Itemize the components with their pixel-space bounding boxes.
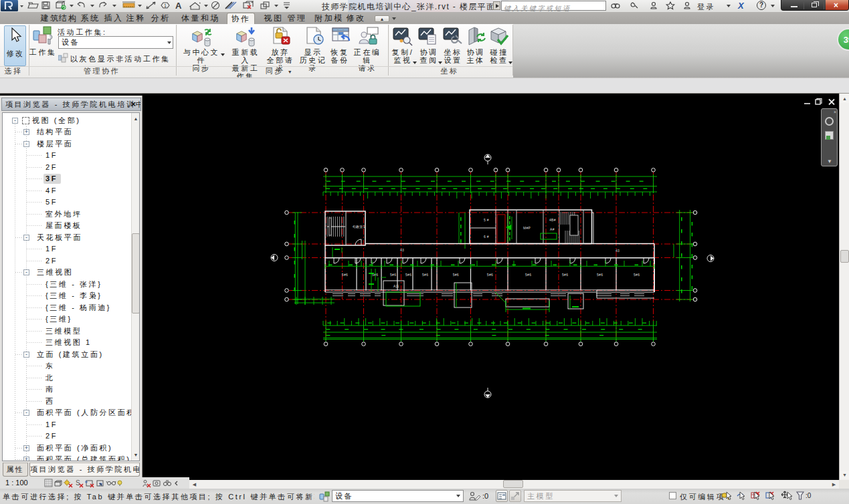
svg-text:6 #: 6 # xyxy=(484,235,489,239)
svg-text:5#6: 5#6 xyxy=(562,273,568,277)
svg-text:1: 1 xyxy=(164,3,167,8)
svg-text:5#6: 5#6 xyxy=(422,273,428,277)
svg-text:5#6: 5#6 xyxy=(390,273,396,277)
svg-text:5#6: 5#6 xyxy=(634,273,640,277)
svg-text:A)1: A)1 xyxy=(393,284,399,288)
svg-text:5#6: 5#6 xyxy=(405,273,411,277)
svg-text:4)教室1: 4)教室1 xyxy=(353,225,365,229)
svg-text:5#6: 5#6 xyxy=(453,273,459,277)
svg-text:5#6: 5#6 xyxy=(342,273,348,277)
svg-text::0: :0 xyxy=(806,492,812,499)
svg-text:A#: A# xyxy=(550,227,555,231)
svg-text:5#6: 5#6 xyxy=(525,273,531,277)
svg-text:43: 43 xyxy=(400,248,404,252)
svg-text:5 #: 5 # xyxy=(484,218,489,222)
svg-text:M#P: M#P xyxy=(523,226,531,230)
svg-text:A: A xyxy=(175,1,182,11)
svg-text:5#6: 5#6 xyxy=(597,273,603,277)
svg-text:S: S xyxy=(76,479,80,487)
svg-text:4B#: 4B# xyxy=(549,218,556,222)
svg-text:5#6: 5#6 xyxy=(487,273,493,277)
svg-text:43: 43 xyxy=(616,249,620,253)
